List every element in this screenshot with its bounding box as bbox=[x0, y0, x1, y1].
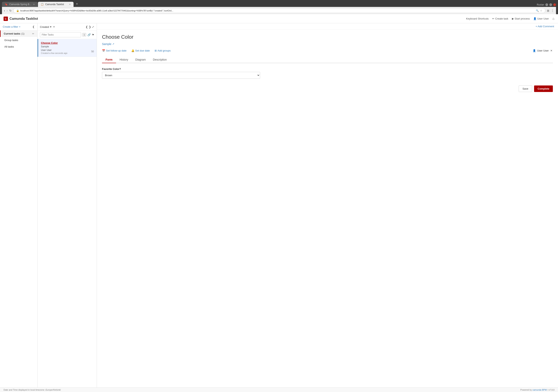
window-close[interactable] bbox=[553, 3, 556, 6]
sidebar: Create a filter + ❮ Current tasks (1) ✏ … bbox=[0, 23, 38, 387]
start-process-link[interactable]: ▶ Start process bbox=[512, 17, 530, 20]
task-card-process: Sample bbox=[41, 45, 94, 48]
tab1-favicon: 🔖 bbox=[5, 3, 8, 6]
task-list-header: Created ▼ + ❮ ❯ ⤢ bbox=[38, 23, 97, 31]
tab-description[interactable]: Description bbox=[149, 57, 170, 63]
sidebar-collapse-btn[interactable]: ❮ bbox=[32, 25, 35, 28]
browser-tab-inactive[interactable]: 🔖 Camunda Spring B... ✕ bbox=[2, 2, 38, 7]
form-actions: Save Complete bbox=[102, 82, 553, 92]
sort-button[interactable]: Created ▼ bbox=[40, 25, 52, 28]
new-tab-button[interactable]: + bbox=[74, 1, 80, 7]
create-filter-label: Create a filter bbox=[3, 25, 18, 28]
filter-link-btn[interactable]: 🔗 bbox=[87, 33, 91, 36]
footer-powered: Powered by camunda BPM / v7.9.0 bbox=[520, 389, 554, 391]
bell-icon: 🔔 bbox=[131, 49, 134, 52]
external-link-icon: ↗ bbox=[112, 43, 114, 45]
footer-link[interactable]: camunda BPM bbox=[532, 389, 547, 391]
set-followup-btn[interactable]: 📅 Set follow-up date bbox=[102, 49, 127, 52]
save-button[interactable]: Save bbox=[519, 85, 532, 92]
tab-history[interactable]: History bbox=[116, 57, 132, 63]
task-filter-row: 1 🔗 ⚑ bbox=[38, 31, 97, 39]
app-header: C Camunda Tasklist Keyboard Shortcuts ✏ … bbox=[0, 14, 558, 23]
create-task-link[interactable]: ✏ Create task bbox=[492, 17, 508, 20]
favorite-color-select[interactable]: Brown Red Blue Green Yellow Purple Orang… bbox=[102, 72, 260, 79]
groups-icon: ⊞ bbox=[155, 49, 157, 52]
sidebar-nav: Current tasks (1) ✏ Group tasks All task… bbox=[0, 30, 37, 387]
complete-button[interactable]: Complete bbox=[534, 85, 553, 92]
task-list-panel: Created ▼ + ❮ ❯ ⤢ 1 🔗 ⚑ Choose bbox=[38, 23, 97, 387]
panel-expand-btn[interactable]: ⤢ bbox=[92, 25, 94, 28]
app-header-right: Keyboard Shortcuts ✏ Create task ▶ Start… bbox=[466, 17, 554, 21]
assignee-tag: 👤 User User ✕ bbox=[533, 49, 553, 52]
form-field-favorite-color: Favorite Color? Brown Red Blue Green Yel… bbox=[102, 67, 553, 79]
add-filter-button[interactable]: + bbox=[53, 25, 55, 29]
sort-label: Created bbox=[40, 25, 49, 28]
assignee-user-icon: 👤 bbox=[533, 49, 536, 52]
create-task-label: Create task bbox=[495, 17, 508, 20]
keyboard-shortcuts-link[interactable]: Keyboard Shortcuts bbox=[466, 17, 489, 20]
detail-title: Choose Color bbox=[102, 34, 553, 40]
tab-diagram[interactable]: Diagram bbox=[132, 57, 149, 63]
process-name[interactable]: Sample bbox=[102, 42, 111, 46]
task-filter-input[interactable] bbox=[40, 32, 81, 37]
add-comment-btn[interactable]: + Add Comment bbox=[535, 25, 554, 28]
tab2-close[interactable]: ✕ bbox=[69, 3, 71, 6]
calendar-icon: 📅 bbox=[102, 49, 105, 52]
window-minimize[interactable] bbox=[545, 3, 548, 6]
play-icon: ▶ bbox=[512, 17, 514, 20]
home-link[interactable]: ⌂ bbox=[552, 17, 554, 21]
sidebar-item-current-tasks[interactable]: Current tasks (1) ✏ bbox=[0, 30, 37, 37]
tab-form[interactable]: Form bbox=[102, 57, 116, 63]
main-layout: Create a filter + ❮ Current tasks (1) ✏ … bbox=[0, 23, 558, 387]
back-button[interactable]: ‹ bbox=[4, 9, 5, 12]
address-bar[interactable]: 🔒 localhost:8087/app/tasklist/default/#/… bbox=[13, 8, 545, 13]
group-tasks-label: Group tasks bbox=[4, 39, 18, 42]
user-label: 👤 User User bbox=[533, 17, 549, 20]
refresh-button[interactable]: ↻ bbox=[9, 9, 12, 12]
current-tasks-edit-btn[interactable]: ✏ bbox=[32, 32, 34, 35]
extensions-button[interactable]: ⊞ bbox=[547, 9, 549, 12]
create-filter-btn[interactable]: Create a filter + bbox=[3, 25, 21, 28]
svg-text:C: C bbox=[5, 17, 7, 20]
app-logo: C Camunda Tasklist bbox=[4, 17, 38, 21]
set-due-btn[interactable]: 🔔 Set due date bbox=[131, 49, 150, 52]
add-groups-btn[interactable]: ⊞ Add groups bbox=[155, 49, 171, 52]
camunda-logo-icon: C bbox=[4, 17, 8, 21]
sort-icon: ▼ bbox=[50, 26, 52, 28]
detail-tabs: Form History Diagram Description bbox=[102, 57, 553, 63]
task-card-priority: 50 bbox=[91, 50, 94, 53]
window-maximize[interactable] bbox=[549, 3, 552, 6]
detail-actions-row: 📅 Set follow-up date 🔔 Set due date ⊞ Ad… bbox=[102, 49, 553, 52]
detail-content: Choose Color Sample ↗ 📅 Set follow-up da… bbox=[97, 30, 558, 387]
user-icon: 👤 bbox=[533, 17, 536, 20]
assignee-remove-btn[interactable]: ✕ bbox=[550, 49, 553, 52]
task-card[interactable]: Choose Color Sample User User Created a … bbox=[38, 39, 97, 57]
browser-menu-button[interactable]: ⋮ bbox=[551, 9, 554, 12]
panel-next-btn[interactable]: ❯ bbox=[89, 25, 91, 28]
sidebar-item-group-tasks[interactable]: Group tasks bbox=[0, 37, 37, 43]
task-card-title: Choose Color bbox=[41, 42, 94, 44]
app: C Camunda Tasklist Keyboard Shortcuts ✏ … bbox=[0, 14, 558, 392]
form-label: Favorite Color? bbox=[102, 67, 553, 70]
sidebar-item-all-tasks[interactable]: All tasks bbox=[0, 43, 37, 50]
forward-button[interactable]: › bbox=[7, 9, 8, 12]
sidebar-top: Create a filter + ❮ bbox=[0, 23, 37, 30]
create-filter-plus: + bbox=[19, 25, 21, 28]
browser-chrome: 🔖 Camunda Spring B... ✕ 📋 Camunda Taskli… bbox=[0, 0, 558, 14]
tab2-label: Camunda Tasklist bbox=[45, 3, 64, 6]
set-followup-label: Set follow-up date bbox=[106, 49, 127, 52]
url-text: localhost:8087/app/tasklist/default/#/?s… bbox=[20, 9, 535, 12]
all-tasks-label: All tasks bbox=[4, 45, 14, 48]
star-icon[interactable]: ☆ bbox=[540, 9, 542, 12]
panel-prev-btn[interactable]: ❮ bbox=[86, 25, 88, 28]
app-title: Camunda Tasklist bbox=[9, 17, 38, 21]
tab2-favicon: 📋 bbox=[41, 3, 44, 6]
add-groups-label: Add groups bbox=[157, 49, 171, 52]
browser-tab-active[interactable]: 📋 Camunda Tasklist ✕ bbox=[38, 2, 74, 7]
filter-options-btn[interactable]: ⚑ bbox=[92, 33, 94, 36]
form-content: Favorite Color? Brown Red Blue Green Yel… bbox=[102, 67, 553, 92]
tab1-close[interactable]: ✕ bbox=[33, 3, 35, 6]
footer-timezone: Date and Time displayed in local timezon… bbox=[4, 389, 61, 391]
assignee-name: User User bbox=[537, 49, 549, 52]
browser-user-label: Ruslan bbox=[537, 3, 544, 6]
